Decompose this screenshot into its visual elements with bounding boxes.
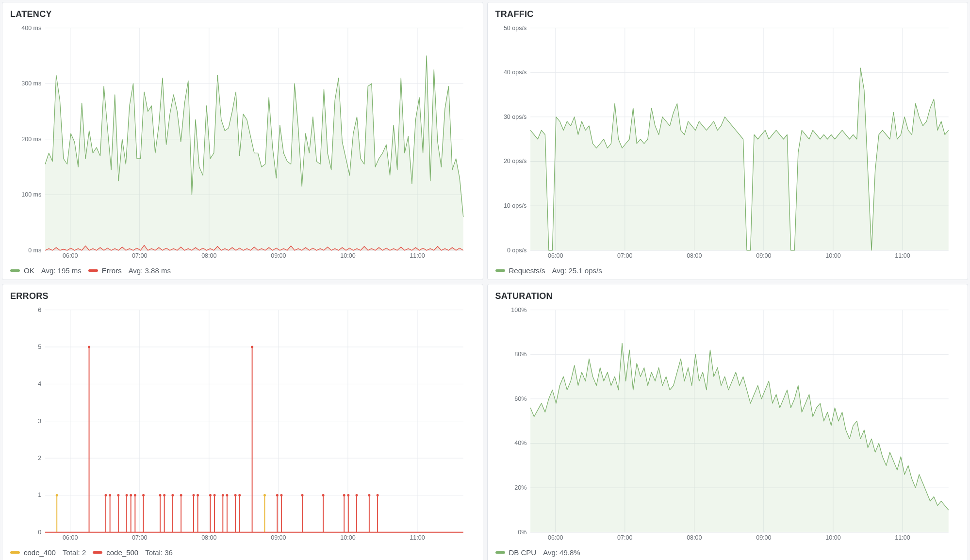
svg-text:10 ops/s: 10 ops/s <box>503 202 526 209</box>
chart-latency[interactable]: 0 ms100 ms200 ms300 ms400 ms06:0007:0008… <box>10 23 475 262</box>
panel-title: TRAFFIC <box>495 9 960 19</box>
svg-text:09:00: 09:00 <box>271 534 286 541</box>
svg-text:06:00: 06:00 <box>63 252 78 259</box>
legend-stat-wrap: Avg: 195 ms <box>41 266 82 275</box>
panel-traffic[interactable]: TRAFFIC 0 ops/s10 ops/s20 ops/s30 ops/s4… <box>487 2 969 280</box>
legend-item[interactable]: code_500 <box>93 548 138 557</box>
svg-text:4: 4 <box>38 380 41 387</box>
svg-point-108 <box>209 494 212 496</box>
svg-text:07:00: 07:00 <box>617 534 632 541</box>
svg-text:06:00: 06:00 <box>548 534 563 541</box>
svg-text:20 ops/s: 20 ops/s <box>503 158 526 165</box>
svg-text:08:00: 08:00 <box>201 252 216 259</box>
svg-text:0 ms: 0 ms <box>28 247 41 254</box>
svg-point-84 <box>109 494 111 496</box>
legend-item[interactable]: Errors <box>88 266 122 275</box>
svg-text:30 ops/s: 30 ops/s <box>503 114 526 120</box>
svg-point-116 <box>234 494 237 496</box>
panel-title: SATURATION <box>495 291 960 301</box>
legend-swatch <box>93 551 102 554</box>
svg-text:3: 3 <box>38 418 41 425</box>
svg-text:2: 2 <box>38 455 41 461</box>
svg-point-120 <box>251 346 253 348</box>
svg-text:100%: 100% <box>511 307 526 313</box>
legend-swatch <box>88 269 98 272</box>
legend-label: code_500 <box>106 548 138 557</box>
svg-point-82 <box>105 494 107 496</box>
svg-text:11:00: 11:00 <box>410 252 425 259</box>
svg-point-134 <box>356 494 358 496</box>
legend-item[interactable]: code_400 <box>10 548 56 557</box>
svg-text:20%: 20% <box>514 484 526 491</box>
panel-errors[interactable]: ERRORS 012345606:0007:0008:0009:0010:001… <box>2 284 483 560</box>
svg-text:0%: 0% <box>518 529 526 536</box>
panel-latency[interactable]: LATENCY 0 ms100 ms200 ms300 ms400 ms06:0… <box>2 2 483 280</box>
legend-stat: Avg: 3.88 ms <box>129 266 171 275</box>
legend-swatch <box>495 551 505 554</box>
svg-text:08:00: 08:00 <box>687 534 702 541</box>
panel-saturation[interactable]: SATURATION 0%20%40%60%80%100%06:0007:000… <box>487 284 969 560</box>
legend-item[interactable]: OK <box>10 266 34 275</box>
svg-text:80%: 80% <box>514 351 526 358</box>
svg-text:40 ops/s: 40 ops/s <box>503 69 526 76</box>
svg-point-106 <box>197 494 199 496</box>
svg-point-128 <box>322 494 325 496</box>
legend-stat-wrap: Total: 36 <box>145 548 173 557</box>
legend-traffic: Requests/sAvg: 25.1 ops/s <box>495 262 960 275</box>
svg-point-76 <box>56 494 58 496</box>
svg-text:300 ms: 300 ms <box>21 80 41 87</box>
svg-point-130 <box>343 494 345 496</box>
chart-errors[interactable]: 012345606:0007:0008:0009:0010:0011:00 <box>10 305 475 544</box>
svg-point-110 <box>214 494 216 496</box>
svg-point-80 <box>88 346 90 348</box>
svg-point-112 <box>222 494 224 496</box>
svg-text:1: 1 <box>38 492 41 498</box>
svg-point-124 <box>280 494 282 496</box>
svg-text:11:00: 11:00 <box>410 534 425 541</box>
legend-stat: Total: 2 <box>63 548 86 557</box>
legend-stat: Avg: 49.8% <box>543 548 580 557</box>
svg-text:6: 6 <box>38 307 41 313</box>
svg-text:09:00: 09:00 <box>756 534 771 541</box>
svg-text:11:00: 11:00 <box>895 534 910 541</box>
legend-item[interactable]: Requests/s <box>495 266 545 275</box>
legend-swatch <box>10 269 20 272</box>
svg-text:06:00: 06:00 <box>63 534 78 541</box>
svg-text:11:00: 11:00 <box>895 252 910 259</box>
svg-text:40%: 40% <box>514 440 526 446</box>
svg-point-96 <box>159 494 162 496</box>
svg-point-98 <box>163 494 165 496</box>
legend-label: Requests/s <box>509 266 545 275</box>
legend-item[interactable]: DB CPU <box>495 548 537 557</box>
svg-text:10:00: 10:00 <box>340 534 355 541</box>
svg-text:10:00: 10:00 <box>825 534 840 541</box>
chart-traffic[interactable]: 0 ops/s10 ops/s20 ops/s30 ops/s40 ops/s5… <box>495 23 960 262</box>
legend-saturation: DB CPUAvg: 49.8% <box>495 544 960 557</box>
legend-label: code_400 <box>24 548 56 557</box>
svg-text:5: 5 <box>38 344 41 350</box>
svg-point-104 <box>192 494 195 496</box>
svg-text:07:00: 07:00 <box>132 534 147 541</box>
svg-point-100 <box>171 494 174 496</box>
svg-text:09:00: 09:00 <box>756 252 771 259</box>
svg-point-114 <box>226 494 228 496</box>
panel-title: LATENCY <box>10 9 475 19</box>
svg-point-78 <box>263 494 266 496</box>
svg-text:60%: 60% <box>514 395 526 402</box>
svg-point-122 <box>276 494 279 496</box>
svg-text:06:00: 06:00 <box>548 252 563 259</box>
legend-swatch <box>10 551 20 554</box>
legend-stat-wrap: Avg: 49.8% <box>543 548 580 557</box>
svg-point-94 <box>142 494 145 496</box>
svg-text:0 ops/s: 0 ops/s <box>507 247 526 254</box>
legend-stat-wrap: Avg: 3.88 ms <box>129 266 171 275</box>
legend-stat: Avg: 195 ms <box>41 266 82 275</box>
chart-saturation[interactable]: 0%20%40%60%80%100%06:0007:0008:0009:0010… <box>495 305 960 544</box>
legend-stat: Avg: 25.1 ops/s <box>552 266 602 275</box>
svg-point-90 <box>130 494 132 496</box>
svg-text:07:00: 07:00 <box>617 252 632 259</box>
legend-latency: OKAvg: 195 msErrorsAvg: 3.88 ms <box>10 262 475 275</box>
svg-point-126 <box>301 494 303 496</box>
svg-point-132 <box>347 494 349 496</box>
svg-text:10:00: 10:00 <box>825 252 840 259</box>
